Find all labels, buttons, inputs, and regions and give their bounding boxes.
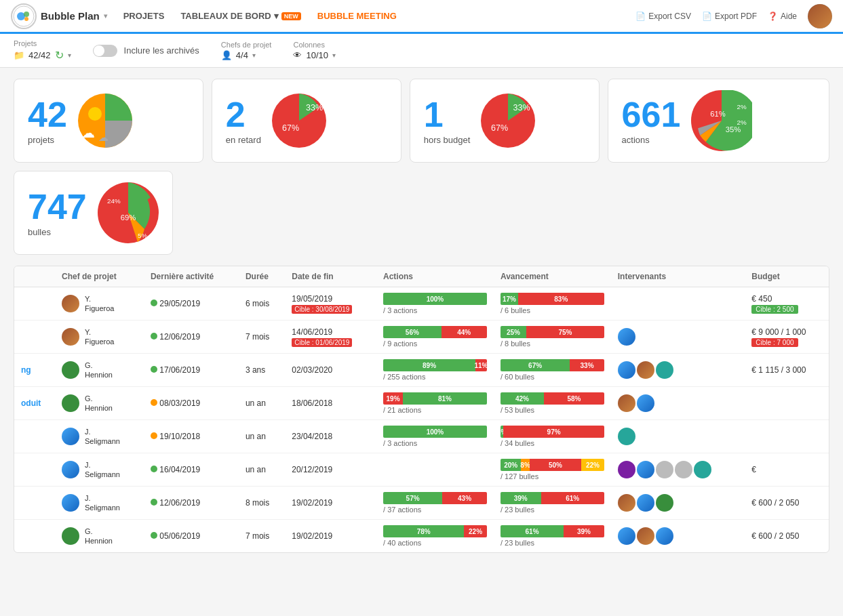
export-pdf-icon: 📄 [702,12,712,21]
row-datefin: 19/02/2019 [285,520,376,553]
logo[interactable]: Bubble Plan ▾ [11,3,107,29]
colonnes-label: Colonnes [293,41,336,49]
activity-date: 12/06/2019 [159,332,200,342]
actions-bar-seg: 43% [442,492,487,504]
date-cible-badge: Cible : 30/08/2019 [292,305,352,314]
avancement-sub: / 23 bulles [501,539,604,547]
avancement-bar: 3%97% [501,426,604,438]
projets-pie: ☁ ☁ [78,94,132,148]
activity-date: 19/10/2018 [159,432,200,441]
row-chef: J.Seligmann [55,453,144,487]
budget-cible-badge: Cible : 2 500 [751,305,798,314]
col-avancement[interactable]: Avancement [494,266,611,287]
svg-text:61%: 61% [710,110,726,118]
row-chef: G.Hennion [55,387,144,420]
projets-number: 42 [28,97,67,132]
svg-point-5 [88,107,102,121]
table-row: Y.Figueroa 12/06/20197 mois14/06/2019Cib… [14,321,829,354]
col-empty [14,266,55,287]
projets-select[interactable]: 📁 42/42 ↻ ▾ [14,49,71,62]
avancement-bar: 39%61% [501,492,604,504]
row-budget: € 1 115 / 3 000 [745,354,829,387]
date-fin-value: 20/12/2019 [292,465,332,474]
chef-name: G.Hennion [85,361,113,380]
row-avancement: 39%61%/ 23 bulles [494,487,611,520]
budget-value: € 600 / 2 050 [751,531,799,541]
col-budget[interactable]: Budget [745,266,829,287]
row-datefin: 19/02/2019 [285,487,376,520]
retard-info: 2 en retard [226,97,261,145]
budget-cible-badge: Cible : 7 000 [751,338,798,347]
bulles-pie: 69% 24% 5% [98,182,159,243]
aide-button[interactable]: ❓ Aide [768,12,797,21]
archives-toggle[interactable] [93,45,117,57]
intervenant-avatar [637,361,654,379]
intervenant-avatar [637,527,654,545]
person-icon: 👤 [221,50,232,60]
avancement-bar-seg: 83% [518,293,604,305]
intervenant-avatar [618,428,635,445]
date-fin-value: 23/04/2018 [292,432,332,441]
date-fin-value: 19/02/2019 [292,498,332,508]
actions-bar: 78%22% [383,525,487,537]
table-body: Y.Figueroa 29/05/20196 mois19/05/2019Cib… [14,287,829,553]
export-csv-button[interactable]: 📄 Export CSV [635,12,691,21]
budget-value: € 1 115 / 3 000 [751,365,806,375]
intervenant-avatar [694,461,711,478]
col-duree[interactable]: Durée [239,266,285,287]
col-activity[interactable]: Dernière activité [144,266,239,287]
nav-tableaux[interactable]: TABLEAUX DE BORD ▾ NEW [180,11,300,21]
row-chef: Y.Figueroa [55,321,144,354]
activity-date: 12/06/2019 [159,498,200,508]
colonnes-select[interactable]: 👁 10/10 ▾ [293,50,336,60]
chef-name: Y.Figueroa [85,294,114,314]
retard-number: 2 [226,97,261,132]
avancement-bar-seg: 61% [541,492,604,504]
actions-sub: / 3 actions [383,439,487,447]
row-activity: 17/06/2019 [144,354,239,387]
nav-projets[interactable]: PROJETS [123,11,165,21]
col-chef[interactable]: Chef de projet [55,266,144,287]
export-pdf-button[interactable]: 📄 Export PDF [702,12,757,21]
svg-point-3 [24,17,28,21]
avancement-bar: 61%39% [501,525,604,537]
avancement-bar-seg: 8% [521,459,529,471]
intervenant-avatar [656,527,673,545]
row-avancement: 20%8%50%22%/ 127 bulles [494,453,611,487]
budget-stat-info: 1 hors budget [424,97,471,145]
row-intervenants [611,420,745,453]
svg-text:2%: 2% [737,103,747,110]
chefs-dropdown-icon: ▾ [252,52,256,59]
row-intervenants [611,321,745,354]
col-datefin[interactable]: Date de fin [285,266,376,287]
filter-chefs: Chefs de projet 👤 4/4 ▾ [221,41,272,60]
row-avancement: 61%39%/ 23 bulles [494,520,611,553]
row-chef: G.Hennion [55,354,144,387]
retard-pie: 33% 67% [272,94,326,148]
row-datefin: 19/05/2019Cible : 30/08/2019 [285,287,376,321]
row-activity: 16/04/2019 [144,453,239,487]
avancement-bar-seg: 20% [501,459,522,471]
nav-bubble-meeting[interactable]: BUBBLE MEETING [317,11,397,21]
new-badge: NEW [281,12,301,20]
chefs-select[interactable]: 👤 4/4 ▾ [221,50,272,60]
date-fin-value: 18/06/2018 [292,398,332,408]
user-avatar[interactable] [808,4,832,28]
actions-number: 661 [622,97,681,132]
intervenant-avatar [656,361,673,379]
avancement-bar-seg: 25% [501,326,526,338]
row-duree: 7 mois [239,321,285,354]
budget-value: € 450 [751,294,772,304]
row-datefin: 18/06/2018 [285,387,376,420]
col-actions[interactable]: Actions [376,266,494,287]
actions-pie-svg: 61% 35% 2% 2% [691,90,752,151]
row-intervenants [611,354,745,387]
row-avancement: 42%58%/ 53 bulles [494,387,611,420]
avancement-bar: 25%75% [501,326,604,338]
chef-avatar [62,428,79,445]
refresh-icon[interactable]: ↻ [55,49,64,62]
date-fin-value: 02/03/2020 [292,365,332,375]
colonnes-dropdown-icon: ▾ [332,52,336,59]
row-chef: J.Seligmann [55,487,144,520]
col-intervenants[interactable]: Intervenants [611,266,745,287]
